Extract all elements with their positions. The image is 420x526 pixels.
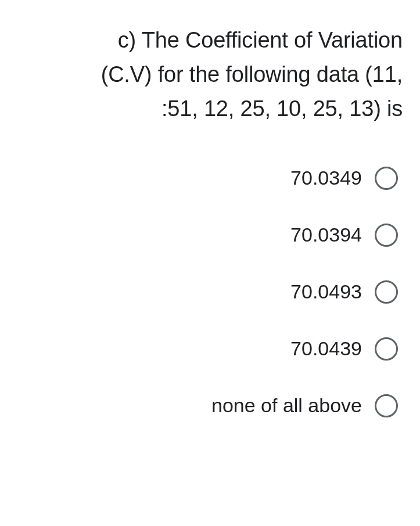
radio-icon[interactable] [375,224,398,247]
question-line-2: (C.V) for the following data (11, [101,62,403,87]
radio-icon[interactable] [375,337,398,361]
options-container: 70.0349 70.0394 70.0493 70.0439 none of … [17,167,403,417]
option-row-1[interactable]: 70.0349 [290,167,398,190]
option-row-5[interactable]: none of all above [211,394,398,417]
option-row-2[interactable]: 70.0394 [290,224,398,247]
question-text: c) The Coefficient of Variation (C.V) fo… [17,23,403,126]
option-row-4[interactable]: 70.0439 [290,337,398,361]
radio-icon[interactable] [375,280,398,304]
question-line-1: c) The Coefficient of Variation [118,28,403,52]
question-line-3: :51, 12, 25, 10, 25, 13) is [161,96,403,121]
option-label: 70.0349 [290,167,362,189]
option-row-3[interactable]: 70.0493 [290,280,398,304]
option-label: 70.0493 [290,280,362,303]
option-label: 70.0394 [290,224,362,246]
option-label: 70.0439 [290,337,362,360]
option-label: none of all above [211,394,362,417]
radio-icon[interactable] [375,167,398,190]
radio-icon[interactable] [375,394,398,417]
